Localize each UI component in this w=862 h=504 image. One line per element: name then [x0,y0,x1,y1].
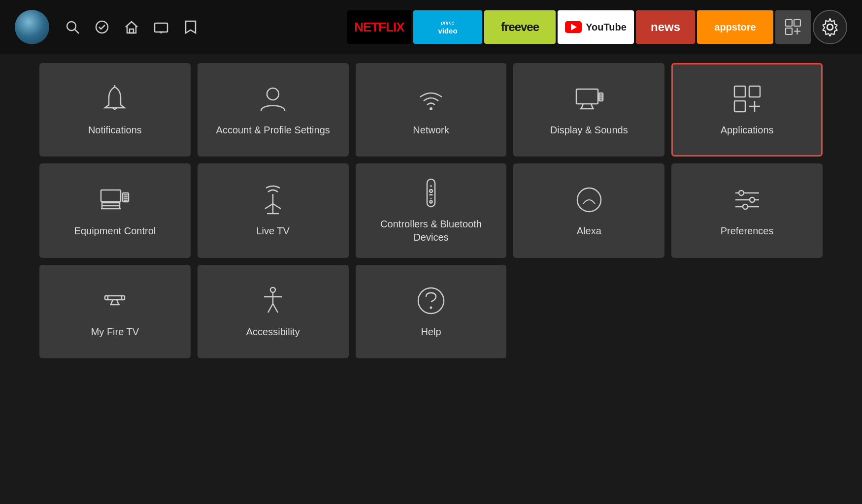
tile-account-profile[interactable]: Account & Profile Settings [198,63,349,157]
bookmark-icon[interactable] [181,18,200,36]
appstore-label: appstore [714,22,756,33]
help-label: Help [421,325,441,339]
youtube-app-button[interactable]: YouTube [558,10,634,44]
netflix-app-button[interactable]: NETFLIX [347,10,411,44]
prime-label: prime [441,20,455,26]
tile-live-tv[interactable]: Live TV [198,163,349,258]
applications-label: Applications [721,124,774,137]
user-avatar[interactable] [15,10,49,44]
home-icon[interactable] [122,18,141,36]
tile-equipment-control[interactable]: Equipment Control [39,163,191,258]
svg-rect-8 [794,20,800,26]
svg-line-42 [265,204,273,209]
tile-help[interactable]: Help [356,265,507,358]
tile-preferences[interactable]: Preferences [671,163,823,258]
svg-rect-29 [101,190,121,202]
tv-icon[interactable] [152,18,170,36]
live-tv-label: Live TV [256,224,289,238]
check-circle-icon[interactable] [93,18,111,36]
tile-display-sounds[interactable]: Display & Sounds [513,63,664,157]
tile-applications[interactable]: Applications [671,63,823,157]
youtube-icon [565,21,582,33]
prime-video-label: video [438,27,457,35]
svg-rect-9 [786,28,792,34]
settings-button[interactable] [813,10,847,44]
grid-button[interactable] [775,10,811,44]
svg-point-46 [430,189,432,192]
svg-rect-25 [749,86,760,97]
wifi-icon [415,83,447,115]
youtube-label: YouTube [586,22,627,33]
alexa-icon [573,184,605,216]
svg-line-69 [273,304,278,313]
svg-point-71 [430,306,432,309]
tile-my-fire-tv[interactable]: My Fire TV [39,265,191,358]
settings-grid: Notifications Account & Profile Settings… [0,54,862,367]
tv-equipment-icon [99,184,131,216]
freevee-app-button[interactable]: freevee [484,10,556,44]
tile-accessibility[interactable]: Accessibility [198,265,349,358]
news-label: news [651,20,680,34]
svg-line-63 [117,300,119,305]
svg-line-49 [431,194,432,195]
fire-tv-icon [99,285,131,316]
svg-rect-3 [130,29,133,33]
person-icon [257,83,289,115]
preferences-label: Preferences [721,224,774,238]
svg-point-12 [827,24,833,30]
svg-point-58 [743,204,748,209]
svg-point-15 [430,107,432,110]
svg-point-70 [418,288,444,314]
appstore-app-button[interactable]: appstore [697,10,773,44]
youtube-play-icon [571,24,577,31]
svg-point-56 [739,190,744,195]
nav-apps: NETFLIX prime video freevee YouTube news… [347,10,847,44]
svg-point-2 [96,21,108,33]
sliders-icon [731,184,763,216]
svg-rect-16 [576,89,598,104]
equipment-control-label: Equipment Control [74,224,156,238]
svg-line-17 [581,104,583,109]
account-profile-label: Account & Profile Settings [216,124,330,137]
network-label: Network [413,124,449,137]
svg-point-0 [67,22,76,31]
svg-rect-31 [102,203,120,206]
help-circle-icon [415,285,447,316]
svg-rect-26 [734,101,745,112]
notifications-label: Notifications [88,124,142,137]
svg-line-68 [268,304,273,313]
svg-point-51 [430,201,432,203]
tile-alexa[interactable]: Alexa [513,163,664,258]
antenna-icon [257,184,289,216]
svg-line-1 [75,30,79,33]
top-nav: NETFLIX prime video freevee YouTube news… [0,0,862,54]
apps-grid-icon [731,83,763,115]
alexa-label: Alexa [577,224,601,238]
bell-icon [99,83,131,115]
search-icon[interactable] [63,18,82,36]
svg-line-62 [111,300,113,305]
display-sounds-label: Display & Sounds [550,124,628,137]
prime-video-app-button[interactable]: prime video [413,10,482,44]
news-app-button[interactable]: news [636,10,695,44]
tile-network[interactable]: Network [356,63,507,157]
svg-point-65 [270,287,275,292]
svg-point-57 [750,197,755,202]
remote-icon [415,177,447,209]
svg-line-48 [430,194,431,195]
accessibility-label: Accessibility [246,325,300,339]
tile-notifications[interactable]: Notifications [39,63,191,157]
accessibility-icon [257,285,289,316]
netflix-label: NETFLIX [354,20,404,35]
svg-line-18 [591,104,593,109]
svg-point-14 [267,88,279,100]
controllers-bluetooth-label: Controllers & Bluetooth Devices [365,218,497,244]
my-fire-tv-label: My Fire TV [91,325,139,339]
svg-line-43 [273,204,281,209]
nav-icons [63,18,200,36]
monitor-speaker-icon [573,83,605,115]
svg-rect-7 [786,20,792,26]
svg-rect-24 [734,86,745,97]
svg-rect-4 [155,23,167,32]
tile-controllers-bluetooth[interactable]: Controllers & Bluetooth Devices [356,163,507,258]
